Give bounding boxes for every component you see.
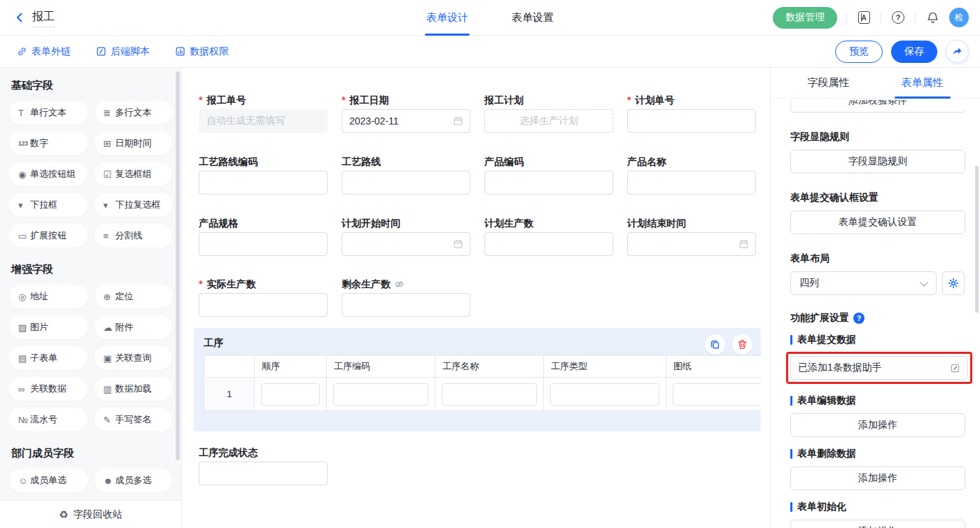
- field-item-serial-number[interactable]: №流水号: [9, 408, 88, 431]
- canvas-field[interactable]: *计划单号: [627, 93, 756, 133]
- field-input[interactable]: 自动生成无需填写: [199, 109, 328, 133]
- canvas-field[interactable]: *报工日期2023-02-11: [342, 93, 470, 133]
- toolbar-link-external-link[interactable]: 表单外链: [17, 45, 71, 58]
- toolbar-link-data-permission[interactable]: 数据权限: [175, 45, 229, 58]
- field-input[interactable]: [199, 293, 328, 317]
- add-action-button[interactable]: 添加操作: [790, 466, 965, 490]
- field-input[interactable]: [342, 171, 470, 194]
- field-input[interactable]: [627, 232, 756, 256]
- field-item-single-line-text[interactable]: T单行文本: [9, 101, 88, 124]
- canvas-field[interactable]: 计划开始时间: [342, 216, 470, 256]
- subform-cell-input[interactable]: [261, 383, 320, 406]
- field-input[interactable]: [342, 232, 470, 256]
- notification-bell-icon[interactable]: [925, 10, 940, 25]
- data-assistant-button[interactable]: 已添加1条数据助手: [790, 356, 968, 380]
- canvas-field[interactable]: 产品名称: [627, 155, 756, 194]
- header-tab-form-settings[interactable]: 表单设置: [510, 0, 555, 36]
- add-validation-rule-button[interactable]: 添加校验条件: [790, 100, 965, 113]
- field-input[interactable]: 选择生产计划: [484, 109, 613, 133]
- field-input[interactable]: [199, 462, 328, 485]
- panel-tab-field-props[interactable]: 字段属性: [804, 68, 854, 99]
- question-badge-icon[interactable]: ?: [853, 313, 864, 324]
- field-item-radio-group[interactable]: ◉单选按钮组: [9, 162, 88, 186]
- field-item-subform[interactable]: ▤子表单: [9, 346, 88, 370]
- share-button[interactable]: [946, 40, 969, 63]
- field-input[interactable]: [484, 232, 613, 256]
- sidebar-group-title: 增强字段: [11, 263, 170, 276]
- canvas-field[interactable]: 产品规格: [199, 216, 328, 256]
- canvas-field[interactable]: 计划生产数: [484, 216, 613, 256]
- field-item-multi-select[interactable]: ▾下拉复选框: [94, 193, 173, 217]
- layout-settings-button[interactable]: [942, 271, 965, 295]
- field-item-divider[interactable]: ≡分割线: [94, 224, 173, 248]
- back-button[interactable]: [13, 10, 27, 24]
- data-manage-button[interactable]: 数据管理: [773, 7, 837, 29]
- field-input[interactable]: [199, 232, 328, 256]
- header-tab-form-design[interactable]: 表单设计: [425, 0, 470, 36]
- canvas-field[interactable]: 报工计划选择生产计划: [484, 93, 613, 133]
- field-input[interactable]: [627, 109, 756, 133]
- field-item-member-multi[interactable]: ☻成员多选: [94, 469, 173, 492]
- field-input[interactable]: [199, 171, 328, 194]
- field-input[interactable]: [342, 293, 470, 317]
- subform-cell-input[interactable]: [333, 383, 428, 406]
- user-avatar[interactable]: 检: [949, 8, 969, 27]
- toolbar-link-backend-script[interactable]: 后端脚本: [96, 45, 150, 58]
- canvas-field[interactable]: 产品编码: [484, 155, 613, 194]
- single-line-text-icon: T: [18, 108, 30, 118]
- visibility-rule-button[interactable]: 字段显隐规则: [790, 150, 965, 173]
- field-item-multi-line-text[interactable]: ≣多行文本: [94, 101, 173, 124]
- field-item-select[interactable]: ▾下拉框: [9, 193, 88, 217]
- canvas-field[interactable]: 工序完成状态: [199, 445, 328, 485]
- edit-icon[interactable]: [950, 363, 960, 373]
- field-item-address[interactable]: ◎地址: [9, 285, 88, 308]
- toolbar-link-label: 表单外链: [31, 45, 71, 58]
- subform-panel[interactable]: 工序 顺序工序编码工序名称工序类型图纸 1: [194, 328, 761, 431]
- field-item-attachment[interactable]: ☁附件: [94, 315, 173, 339]
- field-item-location[interactable]: ⊕定位: [94, 285, 173, 308]
- canvas-field[interactable]: *实际生产数: [199, 277, 328, 317]
- field-item-data-load[interactable]: ▥数据加载: [94, 377, 173, 401]
- canvas-field[interactable]: 计划结束时间: [627, 216, 756, 256]
- subform-copy-button[interactable]: [705, 334, 725, 355]
- sidebar-group-title: 基础字段: [11, 79, 170, 92]
- subform-cell-input[interactable]: [442, 383, 537, 406]
- field-input[interactable]: [484, 171, 613, 194]
- field-item-image[interactable]: ▨图片: [9, 315, 88, 339]
- subform-icon: ▤: [18, 353, 30, 364]
- field-item-related-data[interactable]: ∞关联数据: [9, 377, 88, 401]
- field-item-extend-button[interactable]: ▭扩展按钮: [9, 224, 88, 248]
- preview-button[interactable]: 预览: [835, 41, 883, 63]
- field-input[interactable]: 2023-02-11: [342, 109, 470, 133]
- field-item-checkbox-group[interactable]: ☑复选框组: [94, 162, 173, 186]
- canvas-field[interactable]: 工艺路线: [342, 155, 470, 194]
- add-action-button[interactable]: 添加操作: [790, 520, 965, 528]
- number-icon: 123: [18, 140, 30, 147]
- field-item-number[interactable]: 123数字: [9, 131, 88, 155]
- add-action-button[interactable]: 添加操作: [790, 413, 965, 437]
- help-icon[interactable]: ?: [890, 10, 906, 25]
- form-toolbar: 表单外链后端脚本数据权限 预览 保存: [0, 36, 980, 68]
- form-title[interactable]: 报工: [32, 8, 55, 27]
- field-item-related-query[interactable]: ▣关联查询: [94, 346, 173, 370]
- visibility-rule-title: 字段显隐规则: [790, 131, 965, 143]
- field-item-datetime[interactable]: ⊞日期时间: [94, 131, 173, 155]
- panel-tab-form-props[interactable]: 表单属性: [897, 68, 948, 99]
- subform-cell-input[interactable]: [673, 383, 761, 406]
- directory-book-icon[interactable]: A: [856, 10, 872, 25]
- field-label-text: 工序完成状态: [199, 445, 258, 459]
- subform-cell-input[interactable]: [550, 383, 659, 406]
- sidebar-scrollbar[interactable]: [176, 71, 180, 460]
- field-item-member-single[interactable]: ☺成员单选: [9, 469, 88, 492]
- subform-delete-button[interactable]: [732, 334, 752, 355]
- panel-scrollbar[interactable]: [975, 166, 979, 313]
- canvas-field[interactable]: 工艺路线编码: [199, 155, 328, 194]
- save-button[interactable]: 保存: [891, 41, 937, 63]
- field-recycle-bin[interactable]: ♻ 字段回收站: [0, 500, 182, 528]
- canvas-field[interactable]: 剩余生产数: [342, 277, 470, 317]
- layout-select[interactable]: 四列: [790, 271, 937, 295]
- submit-confirm-button[interactable]: 表单提交确认设置: [790, 211, 965, 234]
- field-input[interactable]: [627, 171, 756, 194]
- field-item-signature[interactable]: ✎手写签名: [94, 408, 173, 431]
- canvas-field[interactable]: *报工单号自动生成无需填写: [199, 93, 328, 133]
